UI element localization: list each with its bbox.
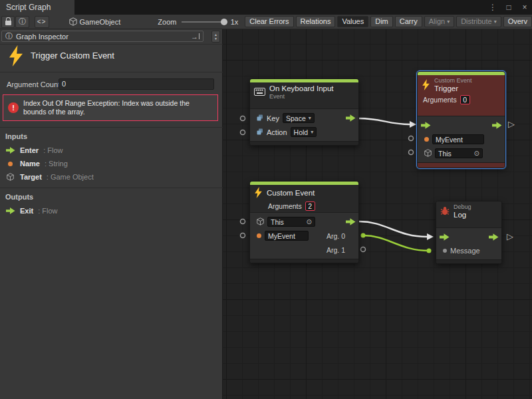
string-port-icon [5, 162, 15, 166]
gameobject-label: GameObject [80, 18, 121, 26]
port-key[interactable] [241, 116, 245, 121]
port-event-name[interactable] [241, 233, 245, 238]
flow-out-arrow[interactable] [346, 114, 356, 123]
unit-title: Trigger Custom Event [31, 51, 114, 61]
node-footer [250, 259, 358, 263]
gameobject-icon [69, 17, 77, 26]
panel-scroll-buttons[interactable]: ▲ ▼ [211, 31, 220, 43]
cube-icon [424, 149, 432, 158]
flow-in-arrow[interactable] [421, 122, 431, 130]
key-dropdown[interactable]: Space▾ [283, 113, 315, 123]
arg1-row: Arg. 1 [250, 243, 358, 257]
node-trigger-custom-event[interactable]: Custom Event Trigger Arguments 0 MyEvent [417, 71, 505, 168]
maximize-icon[interactable]: □ [504, 3, 513, 12]
port-arg0-connected[interactable] [361, 233, 366, 238]
node-header[interactable]: Debug Log [436, 201, 501, 228]
flow-row [436, 230, 501, 243]
wire-arg0-to-message [363, 235, 429, 251]
lock-button[interactable] [1, 16, 15, 28]
overview-button[interactable]: Overv [503, 16, 532, 27]
lightning-icon [8, 45, 24, 68]
key-label: Key [267, 114, 279, 122]
dim-button[interactable]: Dim [370, 16, 393, 27]
node-title: On Keyboard Input [269, 84, 334, 93]
flow-out-arrow[interactable] [492, 122, 502, 130]
inspector-toggle-button[interactable]: ⓘ [15, 16, 29, 28]
wire-arrowhead [410, 121, 416, 128]
tab-script-graph[interactable]: Script Graph [0, 0, 74, 15]
zoom-value: 1x [231, 18, 239, 26]
port-trigger-name[interactable] [409, 136, 414, 141]
chevron-down-icon: ▾ [309, 115, 311, 121]
node-header[interactable]: Custom Event Trigger Arguments 0 [418, 75, 505, 116]
node-header[interactable]: Custom Event Arguments 2 [250, 185, 358, 213]
port-event-target[interactable] [241, 219, 245, 224]
values-button[interactable]: Values [337, 16, 368, 27]
relations-button[interactable]: Relations [296, 16, 336, 27]
distribute-button[interactable]: Distribute▾ [456, 16, 501, 27]
wire-keyboard-to-trigger [359, 118, 410, 124]
event-name-field[interactable]: MyEvent [265, 231, 309, 241]
play-marker-icon: ▷ [508, 119, 515, 129]
flow-in-arrow[interactable] [440, 233, 450, 242]
pin-row-enter: Enter : Flow [5, 144, 63, 157]
dock-icon[interactable]: → [191, 33, 200, 41]
pin-row-target: Target : Game Object [5, 170, 94, 184]
target-dropdown[interactable]: This⊙ [435, 148, 483, 158]
tab-bar: Script Graph ⋮ □ × [0, 0, 532, 15]
node-title: Log [454, 211, 471, 219]
argument-count-field[interactable]: 0 [59, 78, 214, 90]
keybinding-icon [257, 128, 263, 136]
align-button[interactable]: Align▾ [424, 16, 454, 27]
chevron-down-icon: ▾ [494, 17, 497, 27]
arguments-count-field[interactable]: 2 [305, 201, 315, 211]
edit-script-button[interactable]: <> [35, 16, 49, 28]
port-action[interactable] [241, 130, 245, 135]
message-port-icon [443, 249, 447, 253]
action-dropdown[interactable]: Hold▾ [291, 127, 317, 137]
string-port-icon [257, 233, 261, 238]
node-category: Custom Event [434, 77, 472, 84]
event-name-row: MyEvent Arg. 0 [250, 229, 358, 243]
flow-out-arrow[interactable] [346, 218, 356, 227]
flow-out-arrow[interactable] [489, 233, 499, 242]
node-header[interactable]: On Keyboard Input Event [250, 82, 358, 109]
arguments-label: Arguments [268, 202, 302, 210]
target-row: This⊙ [418, 146, 505, 160]
target-dropdown[interactable]: This⊙ [267, 217, 315, 227]
graph-inspector-panel: ⓘ Graph Inspector → ▲ ▼ Trigger Custom E… [0, 29, 223, 399]
arg1-label: Arg. 1 [327, 246, 345, 254]
clear-errors-button[interactable]: Clear Errors [245, 16, 293, 27]
arguments-count-field[interactable]: 0 [460, 95, 470, 104]
node-custom-event[interactable]: Custom Event Arguments 2 This⊙ MyEvent A… [249, 181, 359, 263]
flow-arrow-icon [5, 147, 15, 154]
message-label: Message [450, 247, 480, 255]
target-picker-icon[interactable]: ⊙ [474, 150, 479, 157]
pin-row-name: Name : String [5, 157, 68, 170]
port-arg1[interactable] [361, 247, 366, 252]
node-on-keyboard-input[interactable]: On Keyboard Input Event Key Space▾ Actio… [249, 78, 359, 146]
info-icon: ⓘ [5, 31, 13, 41]
divider [0, 188, 223, 188]
port-message-connected[interactable] [427, 249, 432, 253]
error-icon: ! [8, 102, 19, 113]
zoom-slider-knob[interactable] [221, 19, 227, 25]
graph-inspector-header[interactable]: ⓘ Graph Inspector → [1, 31, 203, 42]
wire-arrowhead [427, 233, 434, 240]
zoom-slider[interactable] [182, 21, 227, 23]
window-menu-icon[interactable]: ⋮ [488, 3, 497, 12]
node-title: Trigger [434, 84, 472, 93]
node-footer [436, 259, 501, 263]
graph-canvas[interactable]: On Keyboard Input Event Key Space▾ Actio… [223, 29, 532, 399]
port-trigger-target[interactable] [409, 150, 414, 155]
arguments-label: Arguments [423, 96, 457, 104]
lightning-icon [254, 187, 263, 200]
carry-button[interactable]: Carry [395, 16, 422, 27]
message-row: Message [436, 243, 501, 257]
event-name-field[interactable]: MyEvent [432, 134, 484, 144]
divider [0, 127, 223, 128]
target-picker-icon[interactable]: ⊙ [307, 218, 312, 225]
node-debug-log[interactable]: Debug Log Message [436, 201, 502, 264]
close-icon[interactable]: × [520, 3, 529, 12]
scroll-down-icon[interactable]: ▼ [214, 37, 217, 41]
